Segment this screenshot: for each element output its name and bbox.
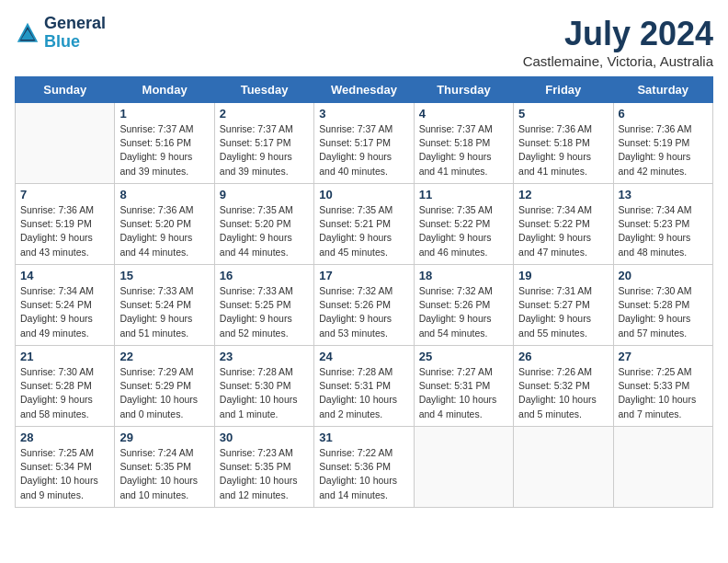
day-number: 28 [20,431,109,444]
calendar-day-cell: 13Sunrise: 7:34 AMSunset: 5:23 PMDayligh… [613,184,712,265]
day-detail: Sunrise: 7:36 AMSunset: 5:19 PMDaylight:… [619,122,708,178]
calendar-day-cell: 14Sunrise: 7:34 AMSunset: 5:24 PMDayligh… [16,265,115,346]
day-detail: Sunrise: 7:30 AMSunset: 5:28 PMDaylight:… [619,284,708,340]
day-number: 9 [220,188,309,201]
title-block: July 2024 Castlemaine, Victoria, Austral… [523,15,713,69]
day-detail: Sunrise: 7:34 AMSunset: 5:23 PMDaylight:… [619,203,708,259]
calendar-day-cell: 5Sunrise: 7:36 AMSunset: 5:18 PMDaylight… [514,103,613,184]
calendar-week-row: 14Sunrise: 7:34 AMSunset: 5:24 PMDayligh… [16,265,713,346]
day-detail: Sunrise: 7:23 AMSunset: 5:35 PMDaylight:… [220,446,309,502]
calendar-day-cell [613,427,712,508]
calendar-day-cell [16,103,115,184]
day-detail: Sunrise: 7:37 AMSunset: 5:16 PMDaylight:… [119,122,209,178]
day-detail: Sunrise: 7:30 AMSunset: 5:28 PMDaylight:… [20,365,109,421]
day-number: 4 [419,107,508,121]
calendar-week-row: 7Sunrise: 7:36 AMSunset: 5:19 PMDaylight… [16,184,713,265]
day-number: 29 [119,431,209,444]
day-number: 23 [220,350,309,363]
weekday-cell: Monday [115,77,214,103]
page-header: General Blue July 2024 Castlemaine, Vict… [15,15,713,69]
calendar-day-cell: 27Sunrise: 7:25 AMSunset: 5:33 PMDayligh… [613,346,712,427]
calendar-day-cell: 8Sunrise: 7:36 AMSunset: 5:20 PMDaylight… [115,184,214,265]
calendar-day-cell: 26Sunrise: 7:26 AMSunset: 5:32 PMDayligh… [514,346,613,427]
day-number: 18 [419,269,508,282]
day-detail: Sunrise: 7:35 AMSunset: 5:22 PMDaylight:… [419,203,508,259]
day-number: 20 [619,269,708,282]
calendar-day-cell: 29Sunrise: 7:24 AMSunset: 5:35 PMDayligh… [115,427,214,508]
day-number: 31 [319,431,408,444]
calendar-day-cell: 31Sunrise: 7:22 AMSunset: 5:36 PMDayligh… [314,427,414,508]
day-number: 7 [20,188,109,201]
location-subtitle: Castlemaine, Victoria, Australia [523,53,713,69]
day-number: 25 [419,350,508,363]
calendar-day-cell: 17Sunrise: 7:32 AMSunset: 5:26 PMDayligh… [314,265,414,346]
calendar-day-cell: 6Sunrise: 7:36 AMSunset: 5:19 PMDaylight… [613,103,712,184]
calendar-day-cell: 10Sunrise: 7:35 AMSunset: 5:21 PMDayligh… [314,184,414,265]
day-number: 2 [220,107,309,121]
day-detail: Sunrise: 7:31 AMSunset: 5:27 PMDaylight:… [518,284,608,340]
calendar-week-row: 1Sunrise: 7:37 AMSunset: 5:16 PMDaylight… [16,103,713,184]
day-detail: Sunrise: 7:27 AMSunset: 5:31 PMDaylight:… [419,365,508,421]
day-detail: Sunrise: 7:28 AMSunset: 5:30 PMDaylight:… [220,365,309,421]
calendar-day-cell: 9Sunrise: 7:35 AMSunset: 5:20 PMDaylight… [214,184,313,265]
calendar-day-cell: 24Sunrise: 7:28 AMSunset: 5:31 PMDayligh… [314,346,414,427]
calendar-day-cell: 25Sunrise: 7:27 AMSunset: 5:31 PMDayligh… [414,346,513,427]
calendar-day-cell [514,427,613,508]
calendar-day-cell [414,427,513,508]
calendar-day-cell: 19Sunrise: 7:31 AMSunset: 5:27 PMDayligh… [514,265,613,346]
calendar-day-cell: 1Sunrise: 7:37 AMSunset: 5:16 PMDaylight… [115,103,214,184]
day-number: 19 [518,269,608,282]
day-detail: Sunrise: 7:35 AMSunset: 5:21 PMDaylight:… [319,203,408,259]
day-number: 6 [619,107,708,121]
day-detail: Sunrise: 7:34 AMSunset: 5:22 PMDaylight:… [518,203,608,259]
logo: General Blue [15,15,106,52]
weekday-header-row: SundayMondayTuesdayWednesdayThursdayFrid… [16,77,713,103]
calendar-day-cell: 7Sunrise: 7:36 AMSunset: 5:19 PMDaylight… [16,184,115,265]
logo-icon [15,20,40,46]
day-number: 26 [518,350,608,363]
day-number: 16 [220,269,309,282]
day-number: 17 [319,269,408,282]
day-detail: Sunrise: 7:29 AMSunset: 5:29 PMDaylight:… [119,365,209,421]
calendar-day-cell: 12Sunrise: 7:34 AMSunset: 5:22 PMDayligh… [514,184,613,265]
calendar-day-cell: 15Sunrise: 7:33 AMSunset: 5:24 PMDayligh… [115,265,214,346]
calendar-day-cell: 16Sunrise: 7:33 AMSunset: 5:25 PMDayligh… [214,265,313,346]
calendar-week-row: 21Sunrise: 7:30 AMSunset: 5:28 PMDayligh… [16,346,713,427]
calendar-body: 1Sunrise: 7:37 AMSunset: 5:16 PMDaylight… [16,103,713,508]
day-number: 12 [518,188,608,201]
day-detail: Sunrise: 7:33 AMSunset: 5:24 PMDaylight:… [119,284,209,340]
day-detail: Sunrise: 7:28 AMSunset: 5:31 PMDaylight:… [319,365,408,421]
day-number: 22 [119,350,209,363]
day-detail: Sunrise: 7:36 AMSunset: 5:19 PMDaylight:… [20,203,109,259]
calendar-day-cell: 3Sunrise: 7:37 AMSunset: 5:17 PMDaylight… [314,103,414,184]
day-number: 3 [319,107,408,121]
calendar-day-cell: 2Sunrise: 7:37 AMSunset: 5:17 PMDaylight… [214,103,313,184]
calendar-day-cell: 18Sunrise: 7:32 AMSunset: 5:26 PMDayligh… [414,265,513,346]
day-number: 13 [619,188,708,201]
calendar-day-cell: 21Sunrise: 7:30 AMSunset: 5:28 PMDayligh… [16,346,115,427]
day-number: 14 [20,269,109,282]
day-number: 10 [319,188,408,201]
day-detail: Sunrise: 7:34 AMSunset: 5:24 PMDaylight:… [20,284,109,340]
day-detail: Sunrise: 7:26 AMSunset: 5:32 PMDaylight:… [518,365,608,421]
day-detail: Sunrise: 7:37 AMSunset: 5:17 PMDaylight:… [220,122,309,178]
month-year-title: July 2024 [523,15,713,53]
weekday-cell: Sunday [16,77,115,103]
logo-text: General Blue [44,15,106,52]
day-detail: Sunrise: 7:36 AMSunset: 5:20 PMDaylight:… [119,203,209,259]
day-detail: Sunrise: 7:24 AMSunset: 5:35 PMDaylight:… [119,446,209,502]
day-number: 15 [119,269,209,282]
calendar-day-cell: 11Sunrise: 7:35 AMSunset: 5:22 PMDayligh… [414,184,513,265]
calendar-day-cell: 4Sunrise: 7:37 AMSunset: 5:18 PMDaylight… [414,103,513,184]
day-number: 8 [119,188,209,201]
day-detail: Sunrise: 7:35 AMSunset: 5:20 PMDaylight:… [220,203,309,259]
day-detail: Sunrise: 7:25 AMSunset: 5:33 PMDaylight:… [619,365,708,421]
day-number: 30 [220,431,309,444]
calendar-day-cell: 20Sunrise: 7:30 AMSunset: 5:28 PMDayligh… [613,265,712,346]
calendar-day-cell: 28Sunrise: 7:25 AMSunset: 5:34 PMDayligh… [16,427,115,508]
day-number: 21 [20,350,109,363]
calendar-day-cell: 23Sunrise: 7:28 AMSunset: 5:30 PMDayligh… [214,346,313,427]
weekday-cell: Thursday [414,77,513,103]
calendar-day-cell: 30Sunrise: 7:23 AMSunset: 5:35 PMDayligh… [214,427,313,508]
day-number: 11 [419,188,508,201]
